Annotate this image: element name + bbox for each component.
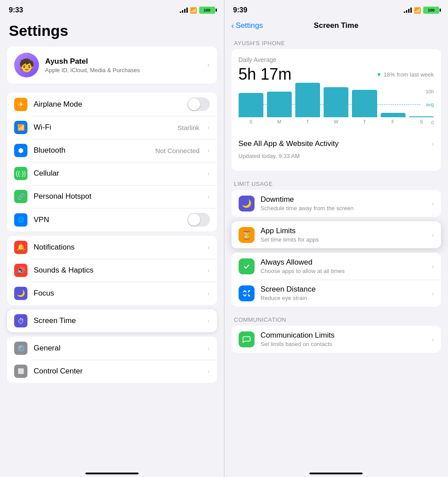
- right-wifi-icon: 📶: [414, 7, 421, 14]
- bluetooth-row[interactable]: ⬢ Bluetooth Not Connected ›: [7, 139, 217, 162]
- day-s2: S: [420, 119, 423, 124]
- bluetooth-label: Bluetooth: [34, 146, 149, 155]
- always-screen-section: Always Allowed Choose apps to allow at a…: [232, 253, 441, 307]
- always-allowed-row[interactable]: Always Allowed Choose apps to allow at a…: [232, 253, 441, 280]
- notifications-chevron: ›: [208, 244, 210, 251]
- chart-bar-s2: S: [409, 116, 434, 124]
- bar-f: [381, 113, 406, 117]
- focus-chevron: ›: [208, 290, 210, 297]
- notifications-label: Notifications: [34, 243, 201, 252]
- wifi-row[interactable]: 📶 Wi-Fi Starlink ›: [7, 116, 217, 139]
- control-center-label: Control Center: [34, 367, 201, 376]
- always-allowed-title: Always Allowed: [261, 258, 426, 267]
- hotspot-label: Personal Hotspot: [34, 192, 201, 201]
- screen-distance-row[interactable]: Screen Distance Reduce eye strain ›: [232, 280, 441, 307]
- control-center-icon: ⬜: [14, 365, 27, 378]
- notifications-row[interactable]: 🔔 Notifications ›: [7, 236, 217, 259]
- back-chevron-icon: ‹: [232, 21, 234, 31]
- back-button[interactable]: ‹ Settings: [232, 21, 263, 31]
- sounds-row[interactable]: 🔊 Sounds & Haptics ›: [7, 259, 217, 282]
- screen-time-group[interactable]: ⏱ Screen Time ›: [7, 309, 217, 332]
- comm-limits-row[interactable]: Communication Limits Set limits based on…: [232, 326, 441, 353]
- wifi-label: Wi-Fi: [34, 123, 171, 132]
- svg-point-0: [242, 262, 251, 271]
- control-center-row[interactable]: ⬜ Control Center ›: [7, 360, 217, 383]
- screen-time-label: Screen Time: [34, 316, 201, 325]
- wifi-chevron: ›: [208, 124, 210, 131]
- chart-bar-s1: S: [239, 93, 263, 124]
- bar-s2: [409, 116, 434, 117]
- airplane-label: Airplane Mode: [34, 100, 181, 109]
- right-panel: 9:39 📶 100 ‹ Settings Screen Time AYUSH'…: [224, 0, 448, 477]
- downtime-icon: 🌙: [239, 196, 255, 212]
- sounds-label: Sounds & Haptics: [34, 266, 201, 275]
- communication-section: Communication Limits Set limits based on…: [232, 326, 441, 353]
- wifi-icon-bg: 📶: [14, 121, 27, 134]
- chart-bar-t1: T: [295, 83, 320, 124]
- app-limits-chevron: ›: [432, 231, 434, 238]
- daily-avg-time: 5h 17m: [239, 65, 292, 84]
- chart-zero-label: 0: [431, 120, 434, 125]
- app-limits-text: App Limits Set time limits for apps: [261, 227, 426, 243]
- app-limits-sub: Set time limits for apps: [261, 236, 426, 243]
- profile-info: Ayush Patel Apple ID, iCloud, Media & Pu…: [45, 57, 201, 73]
- right-status-icons: 📶 100: [404, 7, 439, 14]
- airplane-toggle[interactable]: [187, 97, 210, 111]
- screen-distance-title: Screen Distance: [261, 285, 426, 294]
- focus-label: Focus: [34, 289, 201, 298]
- general-chevron: ›: [208, 345, 210, 352]
- bottom-group: ⚙️ General › ⬜ Control Center ›: [7, 337, 217, 383]
- limit-usage-header: LIMIT USAGE: [232, 175, 441, 190]
- hotspot-row[interactable]: 🔗 Personal Hotspot ›: [7, 185, 217, 208]
- app-limits-icon: ⏳: [239, 227, 255, 243]
- daily-avg-card[interactable]: Daily Average 5h 17m ▼ 18% from last wee…: [232, 49, 441, 171]
- right-home-indicator: [309, 473, 363, 474]
- vpn-row[interactable]: 🌐 VPN: [7, 208, 217, 231]
- chart-avg-label: avg: [426, 102, 434, 107]
- vpn-icon-bg: 🌐: [14, 213, 27, 227]
- downtime-title: Downtime: [261, 195, 426, 204]
- screen-distance-sub: Reduce eye strain: [261, 295, 426, 301]
- airplane-icon: ✈: [14, 98, 27, 111]
- screen-time-content: AYUSH'S IPHONE Daily Average 5h 17m ▼ 18…: [224, 35, 448, 477]
- hotspot-icon-bg: 🔗: [14, 190, 27, 203]
- screen-distance-chevron: ›: [432, 290, 434, 297]
- cellular-row[interactable]: ((·)) Cellular ›: [7, 162, 217, 185]
- chart-bar-m: M: [267, 92, 292, 124]
- usage-chart: 10h avg S M T: [239, 89, 434, 133]
- settings-title: Settings: [0, 18, 224, 46]
- chart-max-label: 10h: [426, 89, 434, 94]
- day-t1: T: [306, 119, 309, 124]
- signal-icon: [180, 8, 188, 13]
- day-f: F: [391, 119, 394, 124]
- chart-avg-line: [239, 104, 421, 105]
- screen-time-row[interactable]: ⏱ Screen Time ›: [7, 309, 217, 332]
- profile-chevron: ›: [207, 61, 209, 69]
- cellular-chevron: ›: [208, 170, 210, 177]
- left-time: 9:33: [9, 6, 23, 14]
- right-time: 9:39: [233, 6, 247, 14]
- general-row[interactable]: ⚙️ General ›: [7, 337, 217, 360]
- back-label: Settings: [236, 21, 263, 30]
- see-all-row[interactable]: See All App & Website Activity ›: [239, 133, 434, 151]
- sounds-icon: 🔊: [14, 264, 27, 277]
- always-allowed-text: Always Allowed Choose apps to allow at a…: [261, 258, 426, 274]
- app-limits-row[interactable]: ⏳ App Limits Set time limits for apps ›: [232, 221, 441, 248]
- airplane-mode-row[interactable]: ✈ Airplane Mode: [7, 92, 217, 116]
- bar-s1: [239, 93, 263, 117]
- app-limits-card[interactable]: ⏳ App Limits Set time limits for apps ›: [232, 221, 441, 248]
- comm-limits-title: Communication Limits: [261, 331, 426, 340]
- comm-limits-icon: [239, 331, 255, 347]
- wifi-value: Starlink: [178, 124, 200, 131]
- chart-bar-f: F: [381, 113, 406, 124]
- downtime-row[interactable]: 🌙 Downtime Schedule time away from the s…: [232, 190, 441, 217]
- cellular-label: Cellular: [34, 169, 201, 178]
- vpn-label: VPN: [34, 215, 181, 224]
- general-label: General: [34, 344, 201, 353]
- day-t2: T: [363, 119, 366, 124]
- focus-row[interactable]: 🌙 Focus ›: [7, 282, 217, 305]
- profile-card[interactable]: 🧒 Ayush Patel Apple ID, iCloud, Media & …: [7, 46, 217, 84]
- notifications-icon: 🔔: [14, 241, 27, 254]
- vpn-toggle[interactable]: [187, 213, 210, 227]
- control-center-chevron: ›: [208, 368, 210, 375]
